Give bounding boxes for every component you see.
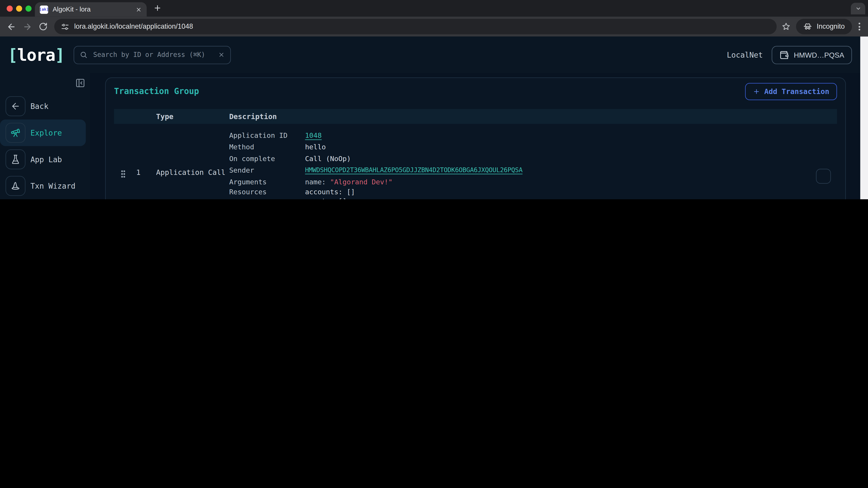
site-info-icon[interactable] — [61, 22, 69, 31]
back-button[interactable] — [6, 22, 16, 31]
plus-icon — [753, 88, 760, 95]
sidebar-item-explore[interactable]: Explore — [0, 120, 86, 146]
sidebar-collapse-button[interactable] — [0, 73, 90, 93]
sidebar-item-app-lab[interactable]: App Lab — [0, 146, 86, 173]
detail-row: Resources accounts: [] assets: [] applic… — [229, 188, 804, 199]
detail-row: On complete Call (NoOp) — [229, 153, 804, 164]
detail-row: Arguments name: "Algorand Dev!" — [229, 176, 804, 188]
search-clear-icon[interactable] — [218, 52, 225, 58]
row-type: Application Call — [156, 168, 225, 176]
application-id-link[interactable]: 1048 — [305, 129, 322, 141]
browser-tab[interactable]: [ak] AlgoKit - lora — [35, 2, 147, 17]
detail-row: Sender HMWDSHQCOPD2T36WBAHLAZ6PO5GDJJZBN… — [229, 164, 804, 176]
app-header: [lora] LocalNet HMWD…PQSA — [0, 37, 868, 73]
network-label: LocalNet — [727, 51, 763, 59]
sidebar-item-label: Back — [31, 102, 49, 111]
add-transaction-button[interactable]: Add Transaction — [745, 83, 837, 100]
back-arrow-icon — [5, 96, 25, 116]
argument-string-value: "Algorand Dev!" — [330, 177, 393, 186]
telescope-icon — [5, 123, 25, 143]
sender-address-link[interactable]: HMWDSHQCOPD2T36WBAHLAZ6PO5GDJJZBN4D2TODK… — [305, 164, 522, 176]
page-scrollbar[interactable] — [860, 37, 868, 199]
sidebar: Back Explore App Lab Txn Wizard Fund — [0, 73, 90, 199]
search-icon — [80, 51, 88, 59]
transaction-group-card: Transaction Group Add Transaction Type D… — [105, 77, 846, 199]
tab-close-icon[interactable] — [135, 6, 142, 12]
detail-row: Application ID 1048 — [229, 129, 804, 141]
screen: [ak] AlgoKit - lora lora.algokit.io/l — [0, 0, 868, 199]
transaction-group-title: Transaction Group — [114, 86, 199, 96]
bookmark-star-icon[interactable] — [782, 22, 791, 31]
tab-favicon: [ak] — [40, 5, 48, 13]
search-bar[interactable] — [74, 46, 231, 64]
sidebar-item-back[interactable]: Back — [0, 93, 86, 120]
column-header-type: Type — [156, 112, 229, 121]
lora-logo[interactable]: [lora] — [8, 45, 64, 65]
table-header-row: Type Description — [114, 109, 837, 124]
flask-icon — [5, 149, 25, 169]
browser-toolbar: lora.algokit.io/localnet/application/104… — [0, 17, 868, 36]
column-header-description: Description — [229, 112, 277, 121]
search-input[interactable] — [92, 51, 214, 59]
new-tab-button[interactable] — [153, 4, 162, 12]
panel-collapse-icon — [75, 78, 85, 88]
table-row: 1 Application Call Application ID 1048 M… — [114, 124, 837, 199]
detail-row: Method hello — [229, 141, 804, 153]
traffic-light-zoom[interactable] — [26, 5, 32, 11]
sidebar-item-label: Txn Wizard — [31, 182, 75, 190]
tab-title: AlgoKit - lora — [53, 5, 131, 13]
sidebar-item-txn-wizard[interactable]: Txn Wizard — [0, 173, 86, 199]
address-bar[interactable]: lora.algokit.io/localnet/application/104… — [54, 19, 777, 34]
resources-list: accounts: [] assets: [] applications: []… — [305, 188, 372, 199]
browser-tab-strip: [ak] AlgoKit - lora — [0, 0, 868, 17]
browser-menu-icon[interactable] — [859, 23, 860, 30]
tab-search-button[interactable] — [851, 3, 865, 14]
forward-button[interactable] — [23, 22, 32, 31]
wallet-label: HMWD…PQSA — [794, 51, 844, 59]
transaction-table: Type Description 1 Application Call Appl… — [114, 109, 837, 199]
traffic-light-close[interactable] — [6, 5, 13, 11]
sidebar-item-label: Explore — [31, 128, 62, 137]
traffic-light-minimize[interactable] — [16, 5, 22, 11]
url-text: lora.algokit.io/localnet/application/104… — [74, 23, 193, 30]
wallet-button[interactable]: HMWD…PQSA — [772, 46, 852, 64]
incognito-icon — [803, 22, 812, 31]
row-menu-button[interactable] — [816, 169, 831, 184]
wallet-icon — [779, 50, 789, 60]
drag-handle-icon[interactable] — [121, 170, 126, 179]
wizard-hat-icon — [5, 176, 25, 196]
reload-button[interactable] — [39, 22, 48, 31]
incognito-badge: Incognito — [796, 19, 852, 34]
incognito-label: Incognito — [817, 23, 845, 30]
main-content: Transaction Group Add Transaction Type D… — [90, 73, 868, 199]
row-index: 1 — [136, 168, 141, 176]
sidebar-item-label: App Lab — [31, 155, 62, 164]
row-description: Application ID 1048 Method hello On comp… — [229, 129, 804, 199]
